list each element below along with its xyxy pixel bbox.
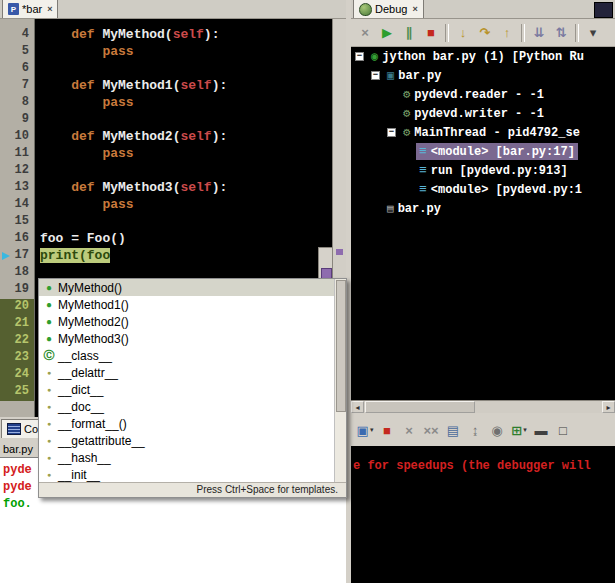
line-number[interactable]: 25	[0, 384, 34, 401]
close-icon[interactable]: ×	[412, 4, 417, 14]
line-number-gutter[interactable]: 45678910111213141516171819202122232425	[0, 19, 35, 417]
remove-all-terminated-button[interactable]: ×	[355, 23, 375, 43]
debug-tree-row[interactable]: ⚙pydevd.writer - -1	[351, 104, 615, 123]
completion-item[interactable]: ●MyMethod()	[39, 279, 346, 296]
step-over-button[interactable]: ↷	[475, 23, 495, 43]
completion-item[interactable]: ●MyMethod1()	[39, 296, 346, 313]
debug-tree-row[interactable]: ≡run [pydevd.py:913]	[351, 161, 615, 180]
view-menu-button[interactable]: ▾	[583, 23, 603, 43]
completion-item-label: MyMethod1()	[58, 298, 129, 312]
maximize-button[interactable]: □	[553, 420, 573, 440]
completion-item[interactable]: ●__getattribute__	[39, 432, 346, 449]
clear-console-button[interactable]: ▤	[443, 420, 463, 440]
line-number[interactable]: 8	[0, 95, 34, 112]
completion-item[interactable]: ●__dict__	[39, 381, 346, 398]
console-title: bar.py	[3, 443, 33, 455]
line-number[interactable]: 15	[0, 214, 34, 231]
line-number[interactable]: 18	[0, 265, 34, 282]
remove-all-terminated-button[interactable]: ××	[421, 420, 441, 440]
tree-row-content: ⚙pydevd.reader - -1	[400, 86, 547, 103]
code-line: pass	[35, 95, 332, 112]
remove-launch-button[interactable]: ×	[399, 420, 419, 440]
debug-tree-row[interactable]: −⚙MainThread - pid4792_se	[351, 123, 615, 142]
open-console-button[interactable]: ⊞▾	[509, 420, 529, 440]
debug-tree-row[interactable]: ⚙pydevd.reader - -1	[351, 85, 615, 104]
line-number[interactable]: 6	[0, 61, 34, 78]
resume-button[interactable]: ▶	[377, 23, 397, 43]
completion-item[interactable]: ●__doc__	[39, 398, 346, 415]
line-number[interactable]: 21	[0, 316, 34, 333]
line-number[interactable]: 23	[0, 350, 34, 367]
line-number[interactable]: 16	[0, 231, 34, 248]
scroll-left-button[interactable]: ◂	[351, 401, 364, 413]
completion-list[interactable]: ●MyMethod()●MyMethod1()●MyMethod2()●MyMe…	[39, 279, 346, 483]
collapse-icon[interactable]: −	[387, 128, 396, 137]
close-icon[interactable]: ×	[47, 4, 52, 14]
tree-row-content: ≡<module> [bar.py:17]	[416, 143, 578, 160]
completion-item[interactable]: ●MyMethod2()	[39, 313, 346, 330]
terminate-button[interactable]: ■	[421, 23, 441, 43]
collapse-icon[interactable]: −	[371, 71, 380, 80]
debug-tree-row[interactable]: −◉jython bar.py (1) [Python Ru	[351, 47, 615, 66]
completion-method-icon: ●	[42, 296, 56, 313]
debug-console-output[interactable]: e for speedups (the debugger will	[351, 446, 615, 583]
scroll-lock-button[interactable]: ↨	[465, 420, 485, 440]
debug-tree-row[interactable]: ≡<module> [bar.py:17]	[351, 142, 615, 161]
display-console-button[interactable]: ▣▾	[355, 420, 375, 440]
debug-tabbar: Debug ×	[351, 0, 615, 19]
overview-annotation-purple[interactable]	[336, 249, 343, 255]
tree-row-content: ≡run [pydevd.py:913]	[416, 162, 571, 179]
debug-tree-row[interactable]: ▤bar.py	[351, 199, 615, 218]
suspend-button[interactable]: ∥	[399, 23, 419, 43]
line-number[interactable]: 10	[0, 129, 34, 146]
completion-item[interactable]: ●__hash__	[39, 449, 346, 466]
completion-item[interactable]: ●__init__	[39, 466, 346, 483]
debug-tree-row[interactable]: −▣bar.py	[351, 66, 615, 85]
completion-item[interactable]: ●__format__()	[39, 415, 346, 432]
tree-row-label: pydevd.reader - -1	[414, 88, 544, 102]
step-return-button[interactable]: ↑	[497, 23, 517, 43]
editor-tab-label: *bar	[22, 3, 42, 15]
line-number[interactable]: 11	[0, 146, 34, 163]
debug-tab[interactable]: Debug ×	[353, 0, 424, 18]
completion-item[interactable]: ●__delattr__	[39, 364, 346, 381]
drop-to-frame-button[interactable]: ⇊	[529, 23, 549, 43]
line-number[interactable]: 5	[0, 44, 34, 61]
popup-scrollbar-thumb[interactable]	[336, 280, 346, 412]
editor-tab-bar[interactable]: P *bar ×	[2, 0, 58, 18]
line-number[interactable]: 13	[0, 180, 34, 197]
line-number[interactable]: 24	[0, 367, 34, 384]
view-restore-button[interactable]	[594, 2, 613, 18]
code-line: def MyMethod1(self):	[35, 78, 332, 95]
scrollbar-thumb[interactable]	[365, 401, 475, 413]
completion-item-label: MyMethod()	[58, 281, 122, 295]
scroll-right-button[interactable]: ▸	[602, 401, 615, 413]
line-number[interactable]: 12	[0, 163, 34, 180]
debug-tree-row[interactable]: ≡<module> [pydevd.py:1	[351, 180, 615, 199]
line-number[interactable]: 19	[0, 282, 34, 299]
completion-item[interactable]: ●MyMethod3()	[39, 330, 346, 347]
line-number[interactable]: 7	[0, 78, 34, 95]
thread-icon: ⚙	[403, 106, 410, 121]
tree-row-label: <module> [pydevd.py:1	[431, 183, 582, 197]
line-number[interactable]: 20	[0, 299, 34, 316]
completion-item[interactable]: Ⓒ__class__	[39, 347, 346, 364]
use-step-filters-button[interactable]: ⇅	[551, 23, 571, 43]
pin-console-button[interactable]: ◉	[487, 420, 507, 440]
code-line: pass	[35, 197, 332, 214]
line-number[interactable]: 4	[0, 27, 34, 44]
line-number[interactable]: 14	[0, 197, 34, 214]
terminate-button[interactable]: ■	[377, 420, 397, 440]
debug-launch-tree[interactable]: −◉jython bar.py (1) [Python Ru−▣bar.py⚙p…	[351, 47, 615, 400]
tree-row-content: ⚙pydevd.writer - -1	[400, 105, 547, 122]
line-number[interactable]: 9	[0, 112, 34, 129]
tree-row-content: ⚙MainThread - pid4792_se	[400, 124, 583, 141]
line-number[interactable]: 22	[0, 333, 34, 350]
step-into-button[interactable]: ↓	[453, 23, 473, 43]
tree-row-label: jython bar.py (1) [Python Ru	[382, 50, 584, 64]
process-icon: ▣	[387, 68, 394, 83]
debug-horizontal-scrollbar[interactable]: ◂ ▸	[351, 400, 615, 414]
popup-scrollbar[interactable]	[334, 279, 346, 483]
collapse-icon[interactable]: −	[355, 52, 364, 61]
minimize-button[interactable]: ▬	[531, 420, 551, 440]
